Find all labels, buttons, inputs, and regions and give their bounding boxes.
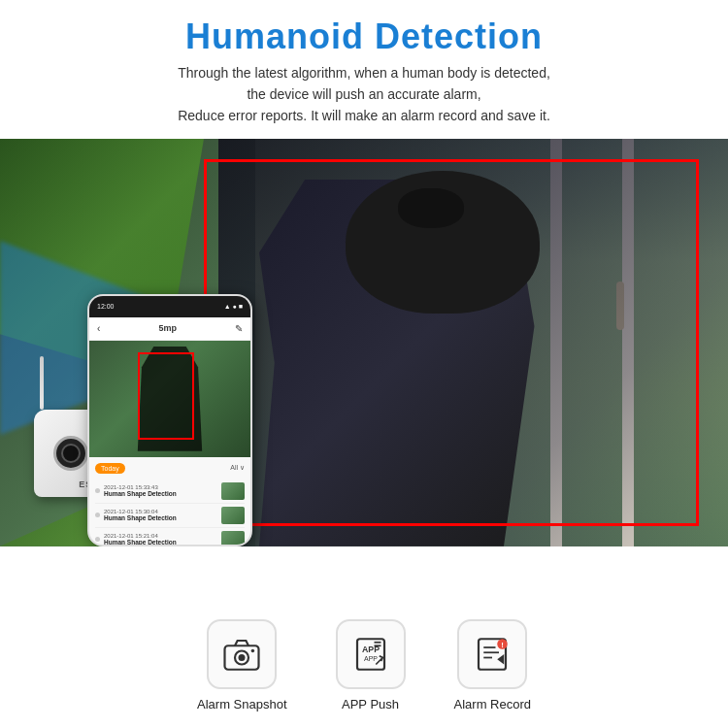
phone-device: 12:00 ▲ ● ■ ‹ 5mp ✎ Today All ∨ 2021-12-… [87, 294, 252, 546]
alarm-record-icon: ! [472, 634, 513, 675]
item-thumbnail [221, 482, 245, 500]
scene-area: ESCAM 12:00 ▲ ● ■ ‹ 5mp ✎ Today All ∨ [0, 139, 728, 546]
app-push-icon: APP APP [350, 634, 391, 675]
alarm-record-icon-box: ! [457, 619, 527, 689]
item-thumbnail [221, 507, 245, 524]
phone-filter-all[interactable]: All ∨ [230, 464, 245, 472]
phone-camera-title: 5mp [158, 323, 177, 333]
list-item-text: 2021-12-01 15:33:43 Human Shape Detectio… [104, 484, 217, 497]
antenna-left [40, 356, 44, 410]
page-title: Humanoid Detection [19, 17, 709, 56]
item-thumbnail [221, 531, 245, 546]
phone-nav-bar: ‹ 5mp ✎ [89, 317, 250, 341]
list-item-text: 2021-12-01 15:21:04 Human Shape Detectio… [104, 533, 217, 546]
list-item: 2021-12-01 15:30:04 Human Shape Detectio… [95, 504, 245, 528]
phone-time: 12:00 [97, 303, 115, 310]
svg-point-2 [239, 654, 246, 661]
header-section: Humanoid Detection Through the latest al… [0, 0, 728, 139]
app-push-icon-box: APP APP [336, 619, 406, 689]
phone-status-bar: 12:00 ▲ ● ■ [89, 296, 250, 317]
phone-filter-row: Today All ∨ [95, 461, 245, 476]
list-dot [95, 488, 100, 493]
list-dot [95, 513, 100, 517]
alarm-record-label: Alarm Record [454, 697, 531, 711]
list-dot [95, 537, 100, 542]
svg-text:!: ! [501, 641, 504, 649]
list-item: 2021-12-01 15:21:04 Human Shape Detectio… [95, 528, 245, 546]
list-item: 2021-12-01 15:33:43 Human Shape Detectio… [95, 480, 245, 504]
svg-text:APP: APP [364, 655, 378, 662]
alarm-snapshot-icon-box [207, 619, 277, 689]
subtitle-line3: Reduce error reports. It will make an al… [178, 108, 550, 123]
phone-icons: ▲ ● ■ [224, 303, 243, 310]
features-bar: Alarm Snapshot APP APP APP Push [0, 602, 728, 728]
phone-camera-view [89, 341, 250, 457]
alarm-snapshot-label: Alarm Snapshot [197, 697, 287, 711]
subtitle-line2: the device will push an accurate alarm, [247, 86, 480, 102]
item-label: Human Shape Detection [104, 490, 217, 497]
phone-filter-today[interactable]: Today [95, 463, 125, 474]
feature-app-push: APP APP APP Push [336, 619, 406, 711]
feature-alarm-snapshot: Alarm Snapshot [197, 619, 287, 711]
phone-detection-box [138, 352, 194, 440]
svg-point-3 [251, 648, 255, 652]
phone-edit-icon[interactable]: ✎ [235, 323, 243, 334]
item-label: Human Shape Detection [104, 539, 217, 546]
subtitle-line1: Through the latest algorithm, when a hum… [178, 65, 550, 81]
item-label: Human Shape Detection [104, 514, 217, 521]
detection-box [204, 159, 699, 526]
phone-list-area: Today All ∨ 2021-12-01 15:33:43 Human Sh… [89, 457, 250, 546]
camera-lens [53, 436, 88, 471]
app-push-label: APP Push [342, 697, 399, 711]
subtitle: Through the latest algorithm, when a hum… [19, 62, 709, 127]
list-item-text: 2021-12-01 15:30:04 Human Shape Detectio… [104, 509, 217, 521]
camera-lens-inner [61, 444, 81, 463]
phone-back-icon[interactable]: ‹ [97, 323, 100, 334]
feature-alarm-record: ! Alarm Record [454, 619, 531, 711]
camera-icon [221, 634, 262, 675]
